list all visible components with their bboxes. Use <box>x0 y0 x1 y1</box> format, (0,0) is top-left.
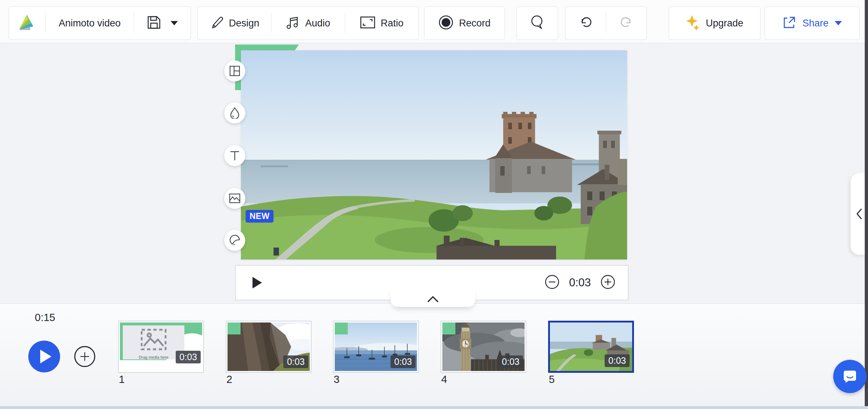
sparkles-icon <box>686 14 700 32</box>
placeholder-text: Drag media here <box>139 355 168 359</box>
timeline-block-3[interactable]: 0:03 <box>333 321 419 373</box>
layout-icon <box>229 66 240 76</box>
save-caret-icon[interactable] <box>171 21 178 25</box>
animoto-home-button[interactable] <box>9 7 45 39</box>
new-badge: NEW <box>246 210 274 223</box>
record-button[interactable]: Record <box>425 7 504 39</box>
total-duration: 0:15 <box>35 312 55 324</box>
chat-launcher-button[interactable] <box>833 360 867 393</box>
ratio-button[interactable]: Ratio <box>345 7 418 39</box>
project-card: Animoto video <box>9 7 191 40</box>
project-title: Animoto video <box>59 18 121 29</box>
text-icon <box>229 150 240 161</box>
undo-button[interactable] <box>566 7 606 39</box>
block-duration-badge: 0:03 <box>391 355 416 368</box>
record-icon <box>438 15 454 31</box>
castle-scene-image <box>241 50 627 260</box>
upgrade-card: Upgrade <box>669 7 760 40</box>
audio-button[interactable]: Audio <box>271 7 345 39</box>
block-number: 4 <box>441 374 447 385</box>
timeline-block-1[interactable]: Drag media here 0:03 <box>118 321 204 373</box>
save-icon[interactable] <box>147 15 161 31</box>
timeline-block-2[interactable]: 0:03 <box>226 321 312 373</box>
media-icon <box>229 193 241 203</box>
play-icon <box>40 350 51 363</box>
record-label: Record <box>459 18 491 29</box>
sticker-tool-button[interactable] <box>224 230 245 251</box>
video-preview-canvas[interactable] <box>241 50 627 260</box>
timeline-block-4[interactable]: 0:03 <box>441 321 526 373</box>
audio-note-icon <box>286 16 300 31</box>
share-card: Share <box>765 7 860 40</box>
share-icon <box>783 16 796 31</box>
timeline-panel: 0:15 Drag media here 0:03 <box>0 303 868 406</box>
save-menu <box>134 7 191 39</box>
chat-icon <box>841 368 859 385</box>
search-card <box>516 7 558 40</box>
block-color-corner <box>228 322 241 334</box>
block-duration-badge: 0:03 <box>283 355 308 368</box>
share-button[interactable]: Share <box>765 7 859 39</box>
search-button[interactable] <box>517 7 558 39</box>
chevron-left-icon <box>856 208 863 220</box>
history-card <box>565 7 647 40</box>
timeline-block-5[interactable]: 0:03 <box>548 321 634 373</box>
color-tool-button[interactable] <box>224 102 245 123</box>
edit-tools-card: Design Audio <box>197 7 419 40</box>
block-number: 5 <box>549 374 555 385</box>
search-icon <box>530 14 544 32</box>
record-card: Record <box>424 7 505 40</box>
block-duration-badge: 0:03 <box>498 355 523 368</box>
window-edge-scrollbar[interactable] <box>865 0 868 409</box>
media-tool-button[interactable] <box>224 188 245 209</box>
block-number: 1 <box>119 374 125 385</box>
sticker-icon <box>229 235 241 246</box>
block-color-corner <box>442 322 455 334</box>
upgrade-label: Upgrade <box>706 18 743 29</box>
block-duration-badge: 0:03 <box>176 351 201 363</box>
media-placeholder: Drag media here <box>123 325 184 359</box>
window-bottom-edge <box>0 406 868 409</box>
design-button[interactable]: Design <box>198 7 271 39</box>
preview-play-button[interactable] <box>253 277 262 288</box>
ratio-label: Ratio <box>381 18 404 29</box>
expand-timeline-tab[interactable] <box>391 287 475 307</box>
audio-label: Audio <box>305 18 330 29</box>
decrease-duration-button[interactable] <box>544 274 560 291</box>
placeholder-image-icon <box>123 325 184 353</box>
chevron-up-icon <box>426 295 439 303</box>
share-caret-icon <box>835 21 842 25</box>
text-tool-button[interactable] <box>224 145 245 166</box>
design-pen-icon <box>210 16 224 31</box>
color-drop-icon <box>230 107 240 119</box>
scene-duration: 0:03 <box>569 276 591 289</box>
increase-duration-button[interactable] <box>600 274 615 291</box>
add-block-button[interactable] <box>74 346 95 367</box>
top-toolbar: Animoto video <box>0 0 868 43</box>
upgrade-button[interactable]: Upgrade <box>669 7 760 39</box>
layout-tool-button[interactable] <box>224 60 245 81</box>
project-title-button[interactable]: Animoto video <box>46 7 134 39</box>
block-number: 2 <box>226 374 232 385</box>
ratio-icon <box>360 16 375 30</box>
animoto-editor: Animoto video <box>0 0 868 409</box>
timeline-play-button[interactable] <box>28 341 60 372</box>
block-duration-badge: 0:03 <box>605 354 630 367</box>
undo-icon <box>579 16 593 31</box>
redo-icon <box>619 16 633 31</box>
design-label: Design <box>229 18 259 29</box>
animoto-logo <box>18 14 36 32</box>
plus-icon <box>79 351 91 362</box>
share-label: Share <box>802 18 829 29</box>
block-number: 3 <box>334 374 339 385</box>
block-color-corner <box>335 322 348 334</box>
redo-button[interactable] <box>606 7 646 39</box>
